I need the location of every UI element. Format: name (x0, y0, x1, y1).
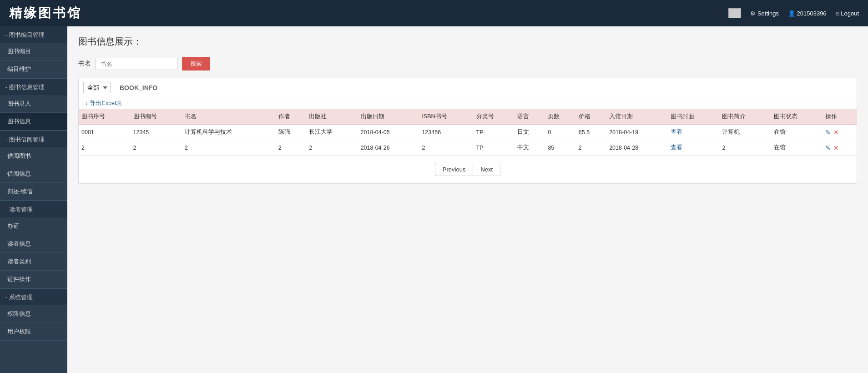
cell-cover[interactable]: 查看 (668, 140, 720, 156)
sidebar-section-reader: 读者管理 办证 读者信息 读者类别 证件操作 (0, 201, 67, 289)
user-icon: 👤 (788, 10, 795, 17)
cell-pages: 0 (545, 125, 575, 140)
cell-author: 2 (276, 140, 306, 156)
cell-price: 65.5 (576, 125, 606, 140)
cell-action: ✎ ✕ (823, 125, 857, 140)
search-bar: 书名 搜索 (78, 57, 857, 71)
cell-cover[interactable]: 查看 (668, 125, 720, 140)
sidebar-item-book-entry[interactable]: 图书录入 (0, 95, 67, 113)
cell-publisher: 2 (306, 140, 358, 156)
cell-summary: 计算机 (719, 125, 771, 140)
sidebar-item-borrow-book[interactable]: 借阅图书 (0, 147, 67, 165)
settings-icon: ⚙ (750, 10, 756, 17)
cell-isbn: 2 (419, 140, 473, 156)
sidebar-item-catalog-maintenance[interactable]: 编目维护 (0, 60, 67, 78)
cell-code: 12345 (131, 125, 182, 140)
logout-link[interactable]: ⎋ Logout (836, 10, 859, 17)
cell-category: TP (474, 140, 515, 156)
export-excel-link[interactable]: 导出Excel表 (85, 100, 122, 106)
cover-link[interactable]: 查看 (671, 129, 682, 135)
col-isbn: ISBN书号 (419, 109, 473, 125)
header-actions: ⚙ Settings 👤 201503396 ⎋ Logout (728, 8, 859, 18)
col-price: 价格 (576, 109, 606, 125)
col-status: 图书状态 (771, 109, 823, 125)
cell-isbn: 123456 (419, 125, 473, 140)
cell-name: 2 (182, 140, 276, 156)
search-input[interactable] (96, 58, 177, 70)
cell-status: 在馆 (771, 140, 823, 156)
col-code: 图书编号 (131, 109, 182, 125)
sidebar-item-permission-info[interactable]: 权限信息 (0, 305, 67, 323)
col-pages: 页数 (545, 109, 575, 125)
cell-name: 计算机科学与技术 (182, 125, 276, 140)
action-icons: ✎ ✕ (825, 129, 854, 136)
books-table: 图书序号 图书编号 书名 作者 出版社 出版日期 ISBN书号 分类号 语言 页… (79, 109, 857, 156)
table-label: BOOK_INFO (120, 84, 157, 91)
table-toolbar: 全部 BOOK_INFO (79, 78, 857, 97)
cell-pub-date: 2018-04-05 (358, 125, 419, 140)
sidebar-section-borrow: 图书借阅管理 借阅图书 借阅信息 归还-续借 (0, 131, 67, 201)
sidebar-item-book-info[interactable]: 图书信息 (0, 113, 67, 131)
content-area: 图书信息展示： 书名 搜索 全部 BOOK_INFO 导出Excel表 图书序号 (67, 26, 868, 373)
sidebar-item-reader-type[interactable]: 读者类别 (0, 253, 67, 271)
cell-code: 2 (131, 140, 182, 156)
cell-seq: 2 (79, 140, 131, 156)
sidebar-item-book-catalog[interactable]: 图书编目 (0, 43, 67, 60)
action-icons: ✎ ✕ (825, 144, 854, 151)
cell-author: 陈强 (276, 125, 306, 140)
pagination-previous[interactable]: Previous (435, 163, 473, 176)
sidebar-section-catalog: 图书编目管理 图书编目 编目维护 (0, 26, 67, 79)
edit-icon[interactable]: ✎ (825, 129, 831, 136)
header-image-icon (728, 8, 741, 18)
col-name: 书名 (182, 109, 276, 125)
logout-icon: ⎋ (836, 10, 839, 17)
search-label: 书名 (78, 60, 91, 68)
sidebar-item-return-renew[interactable]: 归还-续借 (0, 183, 67, 201)
pagination-next[interactable]: Next (473, 163, 500, 176)
sidebar-item-reader-info[interactable]: 读者信息 (0, 235, 67, 253)
export-row: 导出Excel表 (79, 97, 857, 109)
sidebar-section-system-title[interactable]: 系统管理 (0, 289, 67, 305)
delete-icon[interactable]: ✕ (833, 144, 839, 151)
search-button[interactable]: 搜索 (182, 57, 210, 71)
cell-category: TP (474, 125, 515, 140)
main-layout: 图书编目管理 图书编目 编目维护 图书信息管理 图书录入 图书信息 图书借阅管理… (0, 26, 868, 373)
cell-seq: 0001 (79, 125, 131, 140)
edit-icon[interactable]: ✎ (825, 144, 831, 151)
cover-link[interactable]: 查看 (671, 144, 682, 151)
sidebar-section-system: 系统管理 权限信息 用户权限 (0, 289, 67, 341)
cell-pub-date: 2018-04-26 (358, 140, 419, 156)
category-select[interactable]: 全部 (83, 82, 111, 93)
sidebar-section-bookinfo-title[interactable]: 图书信息管理 (0, 79, 67, 95)
cell-entry-date: 2018-04-19 (606, 125, 668, 140)
delete-icon[interactable]: ✕ (833, 129, 839, 136)
sidebar: 图书编目管理 图书编目 编目维护 图书信息管理 图书录入 图书信息 图书借阅管理… (0, 26, 67, 373)
sidebar-item-user-permission[interactable]: 用户权限 (0, 323, 67, 341)
cell-entry-date: 2018-04-28 (606, 140, 668, 156)
sidebar-item-make-card[interactable]: 办证 (0, 217, 67, 235)
col-summary: 图书简介 (719, 109, 771, 125)
col-author: 作者 (276, 109, 306, 125)
sidebar-item-borrow-info[interactable]: 借阅信息 (0, 165, 67, 183)
cell-price: 2 (576, 140, 606, 156)
col-seq: 图书序号 (79, 109, 131, 125)
sidebar-section-borrow-title[interactable]: 图书借阅管理 (0, 131, 67, 147)
sidebar-section-reader-title[interactable]: 读者管理 (0, 201, 67, 217)
sidebar-section-bookinfo: 图书信息管理 图书录入 图书信息 (0, 79, 67, 131)
settings-link[interactable]: ⚙ Settings (750, 10, 779, 17)
table-header-row: 图书序号 图书编号 书名 作者 出版社 出版日期 ISBN书号 分类号 语言 页… (79, 109, 857, 125)
sidebar-item-card-ops[interactable]: 证件操作 (0, 271, 67, 288)
col-entry-date: 入馆日期 (606, 109, 668, 125)
cell-language: 日文 (515, 125, 545, 140)
cell-summary: 2 (719, 140, 771, 156)
user-link[interactable]: 👤 201503396 (788, 10, 827, 17)
cell-status: 在馆 (771, 125, 823, 140)
col-action: 操作 (823, 109, 857, 125)
table-row: 0001 12345 计算机科学与技术 陈强 长江大学 2018-04-05 1… (79, 125, 857, 140)
header: 精缘图书馆 ⚙ Settings 👤 201503396 ⎋ Logout (0, 0, 868, 26)
pagination: Previous Next (79, 156, 857, 183)
page-title: 图书信息展示： (78, 35, 857, 48)
sidebar-section-catalog-title[interactable]: 图书编目管理 (0, 26, 67, 43)
table-row: 2 2 2 2 2 2018-04-26 2 TP 中文 85 2 2018-0… (79, 140, 857, 156)
table-container: 全部 BOOK_INFO 导出Excel表 图书序号 图书编号 书名 作者 出版… (78, 78, 857, 184)
